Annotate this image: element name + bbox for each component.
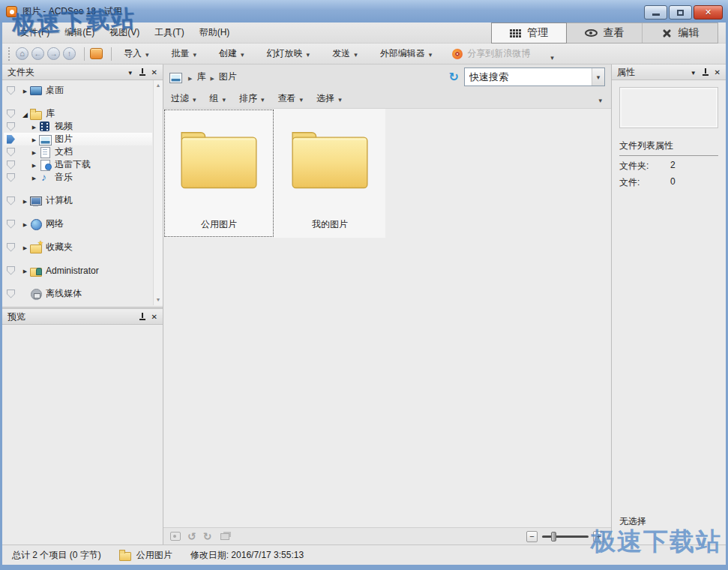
favorites-quick-button[interactable]	[90, 48, 103, 59]
quick-category-marker[interactable]	[7, 148, 15, 157]
folder-tile[interactable]: 我的图片	[274, 109, 385, 238]
toolbar-import-button[interactable]: 导入	[117, 46, 156, 62]
quick-category-marker[interactable]	[7, 266, 15, 275]
zoom-in-button[interactable]: +	[593, 531, 604, 542]
menu-item-help[interactable]: 帮助(H)	[192, 23, 238, 42]
quick-search-input[interactable]	[465, 71, 592, 82]
tree-item-label: 计算机	[46, 194, 73, 207]
sidebar-item-music[interactable]: 音乐	[4, 171, 152, 184]
sidebar-item-administrator[interactable]: Administrator	[4, 264, 152, 277]
breadcrumb-item[interactable]: 图片	[219, 70, 237, 83]
sidebar-item-videos[interactable]: 视频	[4, 120, 152, 133]
sidebar-item-favorites[interactable]: 收藏夹	[4, 241, 152, 254]
mode-button-manage[interactable]: 管理	[491, 22, 567, 44]
close-panel-icon[interactable]	[151, 67, 157, 77]
quick-category-marker[interactable]	[7, 160, 15, 170]
nav-back-button[interactable]	[31, 47, 44, 60]
close-button[interactable]: ✕	[694, 5, 723, 20]
compare-icon[interactable]	[220, 533, 229, 540]
pin-icon[interactable]	[139, 313, 145, 320]
slideshow-icon[interactable]	[170, 532, 181, 541]
menu-item-tools[interactable]: 工具(T)	[147, 23, 191, 42]
scroll-up-icon[interactable]: ▲	[154, 81, 163, 90]
toolbar-batch-button[interactable]: 批量	[165, 46, 204, 62]
expand-arrow-icon[interactable]	[29, 135, 39, 144]
close-panel-icon[interactable]	[151, 311, 157, 322]
breadcrumb-item[interactable]: 库	[196, 70, 205, 83]
minimize-button[interactable]	[644, 5, 667, 20]
expand-arrow-icon[interactable]	[20, 266, 30, 275]
quick-category-marker[interactable]	[7, 220, 15, 229]
expand-arrow-icon[interactable]	[20, 243, 30, 252]
filter-sort-button[interactable]: 排序	[239, 92, 265, 105]
menu-item-view[interactable]: 视图(V)	[102, 23, 147, 42]
expand-arrow-icon[interactable]	[29, 173, 39, 182]
sidebar-item-documents[interactable]: 文档	[4, 146, 152, 158]
panel-menu-icon[interactable]	[691, 67, 697, 77]
toolbar-button-label: 导入	[124, 47, 142, 60]
sidebar-item-computer[interactable]: 计算机	[4, 194, 152, 207]
filter-view-button[interactable]: 查看	[278, 92, 304, 105]
menu-item-file[interactable]: 文件(F)	[13, 23, 57, 42]
quick-category-marker[interactable]	[7, 290, 15, 298]
quick-category-marker[interactable]	[7, 86, 15, 95]
toolbar-grip[interactable]	[8, 47, 10, 61]
close-panel-icon[interactable]	[715, 67, 721, 77]
nav-forward-button[interactable]	[47, 47, 60, 60]
expand-arrow-icon[interactable]	[20, 110, 30, 118]
sidebar-item-desktop[interactable]: 桌面	[4, 84, 152, 97]
toolbar-create-button[interactable]: 创建	[212, 46, 251, 62]
filter-filter-button[interactable]: 过滤	[171, 92, 196, 105]
scroll-down-icon[interactable]: ▼	[154, 296, 163, 304]
zoom-slider-track[interactable]	[542, 536, 589, 538]
expand-arrow-icon[interactable]	[20, 220, 30, 229]
expand-arrow-icon[interactable]	[29, 160, 39, 170]
file-list[interactable]: 公用图片 我的图片	[163, 109, 611, 527]
title-bar[interactable]: 图片 - ACDSee 18 - 试用 ✕	[0, 0, 728, 22]
filter-select-button[interactable]: 选择	[316, 92, 342, 105]
quick-category-marker[interactable]	[7, 135, 15, 144]
refresh-icon[interactable]	[449, 70, 459, 84]
sidebar-item-offline-media[interactable]: 离线媒体	[4, 287, 152, 300]
mode-button-view[interactable]: 查看	[566, 23, 642, 43]
properties-panel: 属性 文件列表属性 文件夹: 2 文件: 0 无选择	[612, 64, 726, 544]
search-dropdown-button[interactable]	[592, 68, 604, 86]
tree-scrollbar[interactable]: ▲ ▼	[153, 80, 163, 305]
nav-up-button[interactable]	[63, 47, 76, 60]
pin-icon[interactable]	[703, 68, 709, 76]
quick-category-marker[interactable]	[7, 243, 15, 252]
maximize-button[interactable]	[669, 5, 692, 20]
nav-home-button[interactable]	[16, 47, 28, 60]
chevron-down-icon	[190, 49, 197, 59]
sidebar-item-thunder-download[interactable]: 迅雷下载	[4, 158, 152, 171]
quick-category-marker[interactable]	[7, 110, 15, 118]
sidebar-item-libraries[interactable]: 库	[4, 107, 152, 120]
arrow-up-icon	[67, 50, 71, 58]
picture-icon	[39, 134, 52, 145]
expand-arrow-icon[interactable]	[29, 148, 39, 157]
chevron-down-icon[interactable]	[598, 92, 602, 106]
sidebar-item-pictures[interactable]: 图片	[4, 133, 152, 146]
pin-icon[interactable]	[139, 68, 145, 76]
rotate-right-icon[interactable]	[203, 531, 212, 542]
filter-group-button[interactable]: 组	[210, 92, 226, 105]
quick-search-box[interactable]	[464, 68, 605, 86]
mode-button-edit[interactable]: 编辑	[642, 23, 718, 43]
sidebar-item-network[interactable]: 网络	[4, 218, 152, 230]
zoom-out-button[interactable]: −	[526, 531, 538, 542]
toolbar-slideshow-button[interactable]: 幻灯放映	[260, 46, 317, 62]
panel-menu-icon[interactable]	[127, 67, 133, 77]
toolbar-send-button[interactable]: 发送	[325, 46, 364, 62]
share-weibo-button[interactable]: 分享到新浪微博	[452, 45, 554, 63]
menu-item-edit[interactable]: 编辑(E)	[57, 23, 102, 42]
expand-arrow-icon[interactable]	[20, 196, 30, 206]
toolbar-external-editor-button[interactable]: 外部编辑器	[373, 46, 439, 62]
quick-category-marker[interactable]	[7, 196, 15, 206]
folder-tile[interactable]: 公用图片	[163, 109, 274, 238]
quick-category-marker[interactable]	[7, 122, 15, 131]
expand-arrow-icon[interactable]	[20, 86, 30, 95]
rotate-left-icon[interactable]	[187, 531, 196, 542]
expand-arrow-icon[interactable]	[29, 122, 39, 131]
zoom-slider-handle[interactable]	[551, 532, 556, 542]
quick-category-marker[interactable]	[7, 173, 15, 182]
